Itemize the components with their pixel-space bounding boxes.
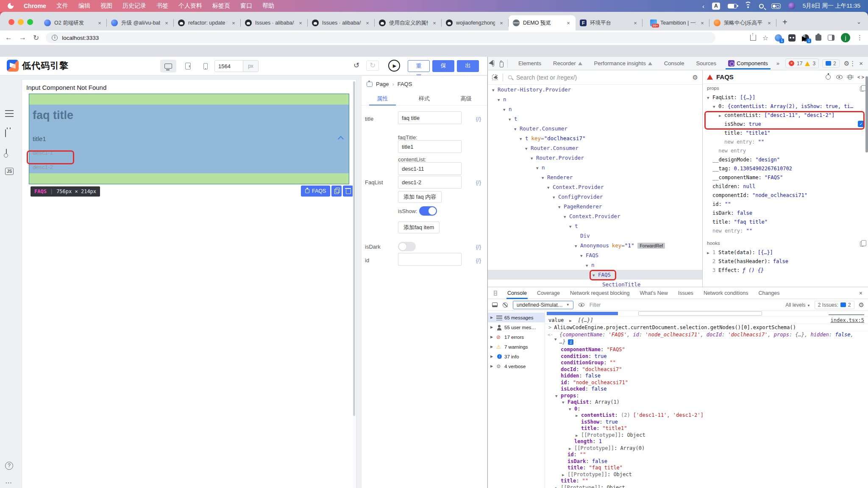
caret-icon[interactable] (547, 183, 553, 193)
console-sidebar-toggle-icon[interactable] (492, 302, 498, 307)
error-warning-counter[interactable]: 17 3 (785, 58, 819, 68)
id-input[interactable] (398, 253, 462, 266)
tab-changes[interactable]: Changes (758, 290, 779, 296)
tree-settings-icon[interactable] (693, 74, 698, 81)
viewport-width-input[interactable] (215, 61, 243, 72)
prop-row[interactable]: new entry (703, 147, 868, 155)
sidebar-user-messages[interactable]: 55 user mes… (488, 322, 545, 332)
tree-row[interactable]: SectionTitle (488, 280, 702, 287)
source-link[interactable]: index.tsx:5 (831, 316, 864, 324)
forward-icon[interactable]: → (19, 33, 26, 42)
copy-icon[interactable] (860, 241, 864, 247)
prop-row[interactable]: contentList["desc1-11", "desc1-2"] (703, 111, 868, 120)
caret-icon[interactable] (554, 337, 556, 341)
tree-row[interactable]: ConfigProvider (488, 192, 702, 202)
browser-tab[interactable]: O2 前端研发 (40, 15, 107, 30)
caret-icon[interactable] (707, 94, 712, 103)
hook-row[interactable]: 2State(hasHeader):false (703, 257, 868, 266)
caret-icon[interactable] (569, 446, 574, 452)
menu-profiles[interactable]: 个人资料 (178, 2, 202, 10)
title-input[interactable] (398, 111, 462, 124)
prop-row[interactable]: new entry"" (703, 227, 868, 236)
tab-whats-new[interactable]: What's New (640, 290, 668, 296)
tree-row[interactable]: t (488, 221, 702, 231)
tab-network-conditions[interactable]: Network conditions (704, 290, 748, 296)
caret-icon[interactable] (525, 144, 531, 154)
tree-row[interactable]: Router.Consumer (488, 143, 702, 153)
menu-history[interactable]: 历史记录 (122, 2, 146, 10)
tree-row[interactable]: Renderer (488, 172, 702, 182)
prop-row[interactable]: title"title1" (703, 129, 868, 138)
more-icon[interactable]: ⋯ (5, 479, 12, 487)
caret-icon[interactable] (713, 103, 718, 111)
caret-icon[interactable] (503, 105, 509, 115)
browser-tab[interactable]: refactor: update f (174, 15, 241, 30)
tab-close-icon[interactable] (164, 20, 170, 26)
caret-icon[interactable] (575, 241, 580, 251)
redo-icon[interactable]: ↻ (366, 61, 379, 71)
prop-row[interactable]: id"" (703, 200, 868, 209)
tab-close-icon[interactable] (431, 20, 437, 26)
devtools-menu-icon[interactable] (849, 60, 856, 67)
bind-variable-icon[interactable]: {/} (476, 179, 481, 186)
tree-row[interactable]: Div (488, 231, 702, 241)
input-source-icon[interactable]: A (712, 3, 720, 10)
device-phone-button[interactable] (198, 60, 214, 72)
profile-avatar[interactable]: j (841, 33, 850, 42)
object-row[interactable]: [[Prototype]]Object (545, 471, 868, 478)
log-levels-select[interactable]: All levels (785, 302, 810, 308)
tab-close-icon[interactable] (498, 20, 504, 26)
device-toolbar-icon[interactable] (500, 61, 502, 66)
view-source-icon[interactable] (857, 75, 864, 80)
caret-icon[interactable] (569, 317, 575, 324)
bind-variable-icon[interactable]: {/} (476, 244, 481, 250)
add-faq-content-button[interactable]: 添加 faq 内容 (398, 191, 442, 203)
tab-close-icon[interactable] (97, 20, 103, 26)
object-row[interactable]: [[Prototype]]Array(0) (545, 445, 868, 452)
tab-issues[interactable]: Issues (678, 290, 693, 296)
tab-close-icon[interactable] (298, 20, 303, 26)
components-panel-icon[interactable] (5, 110, 14, 117)
prop-row[interactable]: FaqList[{…}] (703, 93, 868, 102)
prop-row[interactable]: isDarkfalse (703, 209, 868, 218)
js-context-select[interactable]: undefined-Simulat… (513, 301, 573, 309)
tree-row[interactable]: FAQS (488, 250, 702, 260)
browser-tab[interactable]: 环境平台 (576, 15, 643, 30)
tab-console[interactable]: Console (507, 290, 527, 296)
tab-props[interactable]: 属性 (362, 93, 403, 105)
browser-tab[interactable]: 99+Teambition | 一站 (643, 15, 709, 30)
caret-icon[interactable] (707, 249, 712, 258)
caret-icon[interactable] (562, 472, 568, 479)
apple-icon[interactable] (8, 3, 14, 9)
wifi-icon[interactable] (745, 3, 751, 8)
faqtitle-input[interactable] (398, 140, 462, 153)
extension-icon[interactable]: 1 (775, 34, 782, 42)
schema-panel-icon[interactable] (6, 149, 7, 157)
tree-row-selected[interactable]: FAQS (488, 270, 702, 280)
caret-icon[interactable] (492, 86, 498, 95)
save-button[interactable]: 保存 (432, 60, 454, 72)
close-drawer-icon[interactable] (859, 290, 862, 297)
caret-icon[interactable] (555, 393, 561, 400)
js-panel-icon[interactable]: JS (5, 168, 14, 175)
object-row[interactable]: props (545, 393, 868, 399)
object-row[interactable]: FaqListArray(1) (545, 399, 868, 406)
caret-icon[interactable] (569, 222, 575, 232)
tab-close-icon[interactable] (565, 20, 571, 26)
tree-row[interactable]: Anonymouskey"1"ForwardRef (488, 241, 702, 250)
caret-icon[interactable] (531, 154, 536, 164)
faq-selection-overlay[interactable]: faq title title1 desc1-1 desc1-2 (29, 105, 349, 174)
caret-icon[interactable] (569, 406, 574, 413)
bind-variable-icon[interactable]: {/} (476, 257, 481, 263)
browser-tab[interactable]: 使用自定义的属性 (375, 15, 442, 30)
menu-view[interactable]: 视图 (100, 2, 112, 10)
boolean-checkbox[interactable] (858, 121, 864, 127)
menu-edit[interactable]: 编辑 (78, 2, 90, 10)
issues-counter[interactable]: 2 (822, 59, 840, 68)
console-filter-input[interactable] (590, 302, 729, 308)
tab-style[interactable]: 样式 (403, 93, 445, 105)
tree-row[interactable]: PageRenderer (488, 202, 702, 211)
address-bar[interactable]: i localhost:3333 (46, 32, 715, 43)
close-window-button[interactable] (8, 19, 14, 25)
caret-icon[interactable] (564, 212, 569, 222)
